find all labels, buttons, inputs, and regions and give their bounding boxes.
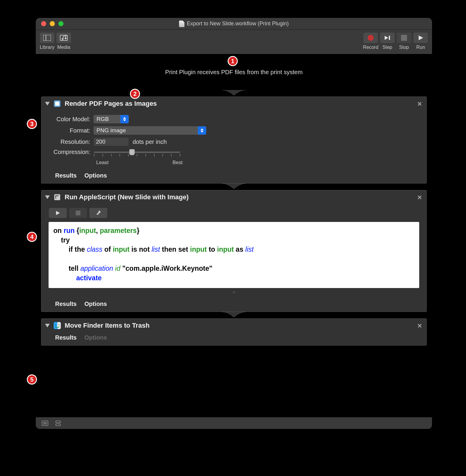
minimize-window-button[interactable] bbox=[50, 21, 55, 26]
compression-min: Least bbox=[96, 160, 109, 166]
record-button[interactable] bbox=[363, 32, 378, 43]
remove-action-button[interactable]: ✕ bbox=[417, 322, 422, 329]
callouts-badge: 4 bbox=[27, 232, 37, 242]
media-button[interactable] bbox=[56, 32, 72, 43]
record-label: Record bbox=[363, 45, 378, 50]
resolution-label: Resolution: bbox=[49, 139, 93, 145]
format-value: PNG image bbox=[97, 127, 126, 134]
svg-point-4 bbox=[65, 38, 66, 39]
options-tab[interactable]: Options bbox=[84, 301, 107, 307]
connector bbox=[36, 183, 432, 190]
action-title: Move Finder Items to Trash bbox=[65, 322, 150, 329]
stop-icon bbox=[401, 35, 407, 41]
script-compile-button[interactable] bbox=[89, 208, 108, 218]
svg-rect-11 bbox=[54, 194, 60, 200]
preview-app-icon bbox=[53, 100, 61, 108]
color-model-value: RGB bbox=[97, 116, 109, 122]
svg-rect-23 bbox=[56, 421, 60, 423]
results-tab[interactable]: Results bbox=[55, 172, 77, 179]
finder-icon bbox=[53, 322, 61, 329]
disclosure-triangle-icon[interactable] bbox=[45, 324, 50, 327]
action-title: Run AppleScript (New Slide with Image) bbox=[65, 193, 189, 201]
compression-max: Best bbox=[173, 160, 183, 166]
select-arrows-icon bbox=[120, 115, 129, 123]
close-window-button[interactable] bbox=[41, 21, 46, 26]
window-title: Export to New Slide.workflow (Print Plug… bbox=[187, 21, 289, 27]
library-label: Library bbox=[40, 45, 55, 50]
color-model-select[interactable]: RGB bbox=[93, 115, 129, 124]
applescript-icon bbox=[53, 193, 61, 201]
results-tab[interactable]: Results bbox=[55, 334, 77, 341]
automator-window: Export to New Slide.workflow (Print Plug… bbox=[36, 18, 432, 429]
media-label: Media bbox=[57, 45, 70, 50]
script-editor[interactable]: on run {input, parameters} try if the cl… bbox=[49, 222, 419, 288]
svg-marker-8 bbox=[419, 35, 423, 40]
play-icon bbox=[55, 210, 60, 216]
toolbar: Library Media Record Step bbox=[36, 30, 432, 54]
svg-rect-13 bbox=[76, 211, 80, 215]
callouts-badge: 5 bbox=[27, 374, 37, 385]
record-icon bbox=[368, 35, 374, 41]
callouts-badge: 3 bbox=[27, 119, 37, 129]
connector bbox=[36, 90, 432, 97]
callout-badge: 1 bbox=[228, 56, 238, 66]
stop-icon bbox=[76, 211, 80, 215]
svg-rect-10 bbox=[55, 102, 59, 106]
svg-point-18 bbox=[59, 324, 60, 325]
svg-rect-24 bbox=[56, 424, 60, 426]
window-controls bbox=[36, 21, 63, 26]
format-label: Format: bbox=[49, 127, 93, 134]
svg-rect-16 bbox=[57, 322, 61, 329]
step-label: Step bbox=[383, 45, 392, 50]
play-icon bbox=[418, 35, 424, 41]
disclosure-triangle-icon[interactable] bbox=[45, 195, 50, 199]
script-stop-button[interactable] bbox=[69, 208, 87, 218]
action-title: Render PDF Pages as Images bbox=[65, 100, 157, 108]
document-icon bbox=[179, 21, 184, 27]
workflow-view-icon[interactable] bbox=[55, 421, 61, 426]
resize-handle[interactable] bbox=[43, 290, 425, 294]
step-icon bbox=[383, 35, 391, 41]
zoom-window-button[interactable] bbox=[58, 21, 63, 26]
remove-action-button[interactable]: ✕ bbox=[417, 100, 422, 108]
stop-button[interactable] bbox=[396, 32, 412, 43]
svg-marker-12 bbox=[56, 211, 60, 215]
run-label: Run bbox=[416, 45, 425, 50]
color-model-label: Color Model: bbox=[49, 116, 93, 123]
format-select[interactable]: PNG image bbox=[93, 126, 206, 135]
action-move-to-trash[interactable]: Move Finder Items to Trash ✕ Results Opt… bbox=[41, 318, 427, 346]
select-arrows-icon bbox=[198, 126, 206, 135]
disclosure-triangle-icon[interactable] bbox=[45, 102, 50, 105]
hammer-icon bbox=[95, 210, 101, 216]
script-run-button[interactable] bbox=[49, 208, 67, 218]
stop-label: Stop bbox=[399, 45, 409, 50]
compression-slider[interactable] bbox=[94, 149, 180, 155]
step-button[interactable] bbox=[380, 32, 395, 43]
svg-rect-6 bbox=[389, 36, 390, 40]
receiver-text: Print Plugin receives PDF files from the… bbox=[165, 69, 302, 76]
svg-point-17 bbox=[55, 324, 56, 325]
remove-action-button[interactable]: ✕ bbox=[417, 194, 422, 201]
statusbar bbox=[36, 417, 432, 429]
svg-rect-7 bbox=[401, 35, 407, 41]
titlebar: Export to New Slide.workflow (Print Plug… bbox=[36, 18, 432, 30]
options-tab: Options bbox=[84, 334, 107, 341]
options-tab[interactable]: Options bbox=[84, 172, 107, 179]
resolution-unit: dots per inch bbox=[133, 139, 167, 145]
svg-marker-5 bbox=[385, 36, 388, 40]
results-tab[interactable]: Results bbox=[55, 301, 77, 307]
resolution-input[interactable] bbox=[93, 137, 129, 146]
callouts-badge: 2 bbox=[130, 89, 140, 99]
compression-label: Compression: bbox=[49, 149, 93, 155]
log-view-icon[interactable] bbox=[42, 421, 48, 426]
action-run-applescript[interactable]: Run AppleScript (New Slide with Image) ✕… bbox=[41, 190, 427, 312]
run-button[interactable] bbox=[413, 32, 428, 43]
action-render-pdf[interactable]: Render PDF Pages as Images ✕ Color Model… bbox=[41, 97, 427, 183]
connector bbox=[36, 312, 432, 318]
library-button[interactable] bbox=[39, 32, 55, 43]
svg-rect-0 bbox=[43, 35, 51, 41]
workflow-canvas: Print Plugin receives PDF files from the… bbox=[36, 54, 432, 417]
